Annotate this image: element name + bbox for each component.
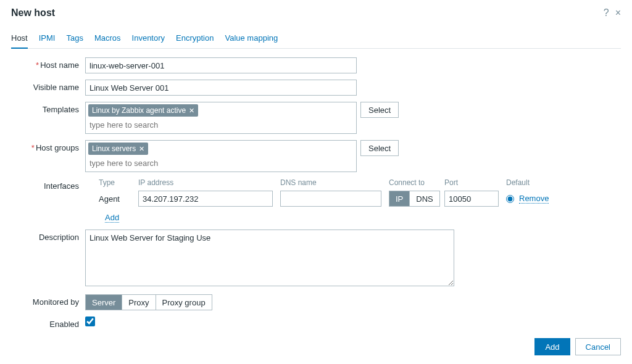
monitored-by-proxy[interactable]: Proxy (122, 295, 155, 310)
remove-template-icon[interactable]: ✕ (189, 107, 194, 115)
templates-multiselect[interactable]: Linux by Zabbix agent active ✕ (85, 102, 357, 134)
tab-inventory[interactable]: Inventory (132, 30, 165, 48)
cancel-button[interactable]: Cancel (575, 338, 621, 355)
host-groups-multiselect[interactable]: Linux servers ✕ (85, 140, 357, 172)
close-icon[interactable]: × (615, 7, 621, 19)
tab-encryption[interactable]: Encryption (176, 30, 214, 48)
dialog-title: New host (11, 7, 55, 19)
add-button[interactable]: Add (534, 338, 570, 355)
iface-connect-to: IP DNS (389, 191, 440, 207)
iface-col-ip: IP address (138, 178, 275, 187)
description-label: Description (11, 230, 85, 242)
templates-label: Templates (11, 102, 85, 114)
iface-col-type: Type (99, 178, 133, 187)
description-textarea[interactable] (85, 230, 454, 286)
host-groups-search-input[interactable] (88, 157, 354, 170)
monitored-by-segmented: Server Proxy Proxy group (85, 294, 212, 310)
enabled-checkbox[interactable] (85, 316, 95, 326)
tab-value-mapping[interactable]: Value mapping (225, 30, 278, 48)
monitored-by-server[interactable]: Server (86, 295, 122, 310)
monitored-by-label: Monitored by (11, 294, 85, 307)
iface-port-input[interactable] (444, 191, 499, 207)
iface-dns-input[interactable] (280, 191, 381, 207)
tab-macros[interactable]: Macros (94, 30, 121, 48)
help-icon[interactable]: ? (604, 7, 609, 19)
tab-tags[interactable]: Tags (66, 30, 83, 48)
iface-col-dns: DNS name (280, 178, 384, 187)
remove-host-group-icon[interactable]: ✕ (139, 145, 144, 153)
templates-search-input[interactable] (88, 118, 354, 131)
visible-name-label: Visible name (11, 80, 85, 92)
host-name-input[interactable] (85, 57, 357, 73)
iface-type: Agent (99, 194, 133, 204)
host-group-tag[interactable]: Linux servers ✕ (88, 143, 148, 155)
iface-col-port: Port (444, 178, 501, 187)
iface-ip-input[interactable] (138, 191, 273, 207)
host-groups-label: *Host groups (11, 140, 85, 152)
iface-connect-ip[interactable]: IP (389, 191, 409, 206)
enabled-label: Enabled (11, 316, 85, 329)
tab-host[interactable]: Host (11, 30, 28, 49)
monitored-by-proxy-group[interactable]: Proxy group (156, 295, 212, 310)
iface-default-radio[interactable] (506, 195, 514, 203)
iface-col-default: Default (506, 178, 548, 187)
iface-remove-link[interactable]: Remove (519, 194, 549, 204)
tabs: Host IPMI Tags Macros Inventory Encrypti… (11, 30, 621, 49)
tab-ipmi[interactable]: IPMI (39, 30, 56, 48)
visible-name-input[interactable] (85, 80, 357, 96)
interfaces-label: Interfaces (11, 178, 85, 191)
iface-col-connect: Connect to (389, 178, 439, 187)
templates-select-button[interactable]: Select (360, 102, 399, 118)
template-tag[interactable]: Linux by Zabbix agent active ✕ (88, 104, 198, 117)
iface-connect-dns[interactable]: DNS (409, 191, 439, 206)
host-groups-select-button[interactable]: Select (360, 140, 399, 156)
host-name-label: *Host name (11, 57, 85, 70)
add-interface-link[interactable]: Add (105, 213, 119, 223)
